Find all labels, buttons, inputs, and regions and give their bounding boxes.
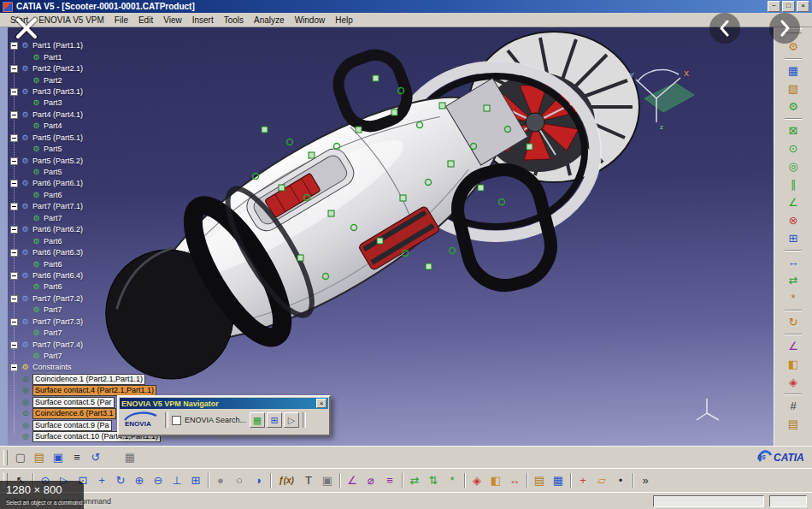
snap-icon[interactable]: ⇄ xyxy=(785,271,803,289)
menu-item[interactable]: Insert xyxy=(187,15,219,25)
clash-icon[interactable]: ◈ xyxy=(468,471,486,489)
constraint-label[interactable]: Surface contact.9 (Pa xyxy=(32,420,112,431)
menu-item[interactable]: Analyze xyxy=(249,15,290,25)
menu-item[interactable]: Tools xyxy=(219,15,249,25)
overlay-close-button[interactable] xyxy=(10,12,43,44)
formula-icon[interactable]: ƒ(x) xyxy=(274,471,299,489)
tree-node-label[interactable]: Part7 (Part7.3) xyxy=(32,318,83,326)
tree-node-label[interactable]: Part7 xyxy=(44,306,62,314)
tree-node[interactable]: Part7 (Part7.3) xyxy=(10,317,161,328)
toolbar-drag-handle[interactable] xyxy=(3,450,8,465)
print-icon[interactable]: ≡ xyxy=(68,448,86,466)
vpm-expand-button[interactable]: ⊞ xyxy=(267,412,282,428)
tree-node[interactable]: Part7 xyxy=(10,351,161,362)
tree-node[interactable]: Part5 (Part5.1) xyxy=(10,133,161,144)
zoom-in-icon[interactable]: ⊕ xyxy=(130,471,149,489)
maximize-button[interactable]: □ xyxy=(782,1,795,12)
tree-node-label[interactable]: Part6 (Part6.3) xyxy=(32,249,83,257)
tree-node-label[interactable]: Part6 xyxy=(44,283,62,291)
point-icon[interactable]: • xyxy=(611,471,630,489)
tree-node-label[interactable]: Part5 xyxy=(44,169,62,176)
design-table-icon[interactable]: ▦ xyxy=(549,471,568,489)
plane-icon[interactable]: ▱ xyxy=(592,471,611,489)
menu-item[interactable]: ENOVIA V5 VPM xyxy=(33,15,109,25)
coincidence-constraint-icon[interactable]: ⊙ xyxy=(785,139,803,157)
tree-expander-icon[interactable] xyxy=(10,134,18,142)
tree-node[interactable]: Part6 (Part6.4) xyxy=(10,270,161,281)
tree-node-label[interactable]: Part6 xyxy=(44,261,62,269)
tree-node[interactable]: Part5 (Part5.2) xyxy=(10,155,161,166)
tree-node-label[interactable]: Part7 xyxy=(44,352,62,360)
power-input-field[interactable] xyxy=(653,495,764,507)
tree-node-label[interactable]: Part4 (Part4.1) xyxy=(32,111,83,119)
tree-node[interactable]: Part4 (Part4.1) xyxy=(10,109,161,121)
tree-node-label[interactable]: Constraints xyxy=(32,364,72,371)
minimize-button[interactable]: − xyxy=(768,1,780,12)
tree-node-label[interactable]: Part6 (Part6.4) xyxy=(32,272,83,280)
sectioning-icon[interactable]: ◧ xyxy=(785,355,803,373)
numbering-icon[interactable]: # xyxy=(785,397,803,415)
tree-expander-icon[interactable] xyxy=(10,88,18,96)
zoom-out-icon[interactable]: ⊖ xyxy=(149,471,168,489)
tree-node-label[interactable]: Part6 xyxy=(44,238,62,246)
tree-node[interactable]: Part6 xyxy=(10,235,161,246)
tree-node-label[interactable]: Part6 (Part6.2) xyxy=(32,226,83,234)
catalog-icon[interactable]: ▤ xyxy=(530,471,549,489)
tree-node[interactable]: Part6 (Part6.2) xyxy=(10,224,161,235)
tree-node-label[interactable]: Part5 (Part5.2) xyxy=(32,157,83,165)
save-icon[interactable]: ▣ xyxy=(49,448,68,466)
rotate-icon[interactable]: ↻ xyxy=(111,471,130,489)
tree-node[interactable]: Part2 xyxy=(10,74,161,86)
tree-expander-icon[interactable] xyxy=(10,180,18,187)
tree-expander-icon[interactable] xyxy=(10,272,18,280)
tree-node[interactable]: Part6 xyxy=(10,190,161,201)
vpm-load-button[interactable]: ▦ xyxy=(250,412,265,428)
manipulate-icon[interactable]: ↔ xyxy=(785,253,803,271)
tree-node[interactable]: Part6 (Part6.1) xyxy=(10,178,161,189)
tree-node-label[interactable]: Part6 (Part6.1) xyxy=(32,180,83,187)
tree-expander-icon[interactable] xyxy=(10,157,18,165)
measure-between-icon[interactable]: ∠ xyxy=(343,471,362,489)
tree-expander-icon[interactable] xyxy=(10,111,18,119)
tree-node-label[interactable]: Part1 xyxy=(44,54,62,62)
distance-analysis-icon[interactable]: ↔ xyxy=(505,471,524,489)
normal-view-icon[interactable]: ⊥ xyxy=(168,471,186,489)
tree-node[interactable]: Part7 (Part7.4) xyxy=(10,339,161,350)
part-icon[interactable]: ⚙ xyxy=(785,98,803,115)
overlay-prev-button[interactable] xyxy=(709,13,740,44)
tree-node[interactable]: Part5 xyxy=(10,144,161,155)
wireframe-view-icon[interactable]: ○ xyxy=(230,471,249,489)
tree-node[interactable]: Part2 (Part2.1) xyxy=(10,63,161,74)
fasten-constraint-icon[interactable]: ⊠ xyxy=(785,121,803,139)
open-icon[interactable]: ▤ xyxy=(30,448,49,466)
tree-node[interactable]: Part7 xyxy=(10,213,161,224)
tree-node-label[interactable]: Part5 (Part5.1) xyxy=(32,134,83,142)
multi-view-icon[interactable]: ⊞ xyxy=(186,471,205,489)
dialog-close-button[interactable]: × xyxy=(316,399,327,408)
tree-node[interactable]: Part6 (Part6.3) xyxy=(10,247,161,258)
tree-expander-icon[interactable] xyxy=(10,295,18,303)
tree-node[interactable]: Part7 xyxy=(10,328,161,339)
new-document-icon[interactable]: ▢ xyxy=(11,448,30,466)
scooter-model[interactable]: Y X z xyxy=(76,32,719,420)
angle-constraint-icon[interactable]: ∠ xyxy=(785,193,803,211)
constraint-label[interactable]: Coincidence.1 (Part2.1,Part1.1) xyxy=(32,374,145,385)
measure-item-icon[interactable]: ⌀ xyxy=(362,471,380,489)
tree-node[interactable]: Part7 (Part7.1) xyxy=(10,201,161,212)
explode-icon[interactable]: * xyxy=(443,471,462,489)
tree-node[interactable]: Part4 xyxy=(10,121,161,132)
tree-node[interactable]: Part7 (Part7.2) xyxy=(10,293,161,305)
tree-expander-icon[interactable] xyxy=(10,364,18,371)
menu-item[interactable]: Help xyxy=(330,15,358,25)
axis-system-icon[interactable]: + xyxy=(574,471,592,489)
capture-icon[interactable]: ▣ xyxy=(318,471,337,489)
undo-icon[interactable]: ↺ xyxy=(86,448,105,466)
measure-icon[interactable]: ∠ xyxy=(785,337,803,355)
tree-expander-icon[interactable] xyxy=(10,249,18,257)
assemble-icon[interactable]: ⊞ xyxy=(785,229,803,247)
vpm-open-button[interactable]: ▷ xyxy=(284,412,299,428)
tree-node-label[interactable]: Part7 (Part7.2) xyxy=(32,295,83,303)
tree-node-label[interactable]: Part4 xyxy=(44,122,62,130)
menu-item[interactable]: View xyxy=(158,15,187,25)
toolbar-overflow-icon[interactable]: » xyxy=(636,471,655,489)
